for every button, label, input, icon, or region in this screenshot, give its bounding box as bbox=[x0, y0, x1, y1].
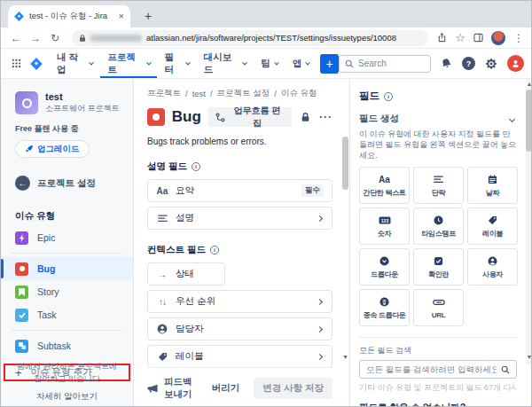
redacted-domain bbox=[90, 35, 142, 42]
new-tab-button[interactable]: + bbox=[139, 7, 157, 25]
field-status[interactable]: → 상태 bbox=[147, 262, 225, 286]
tag-icon bbox=[488, 215, 497, 226]
save-changes-button[interactable]: 변경 사항 저장 bbox=[254, 378, 332, 399]
back-icon[interactable]: ← bbox=[8, 30, 24, 46]
info-icon[interactable] bbox=[384, 92, 393, 101]
field-type-number[interactable]: 123 숫자 bbox=[359, 207, 410, 245]
nav-my-work[interactable]: 내 작업 bbox=[50, 49, 100, 78]
priority-arrows-icon: ↑↓ bbox=[156, 297, 168, 307]
forward-icon[interactable]: → bbox=[27, 30, 43, 46]
bug-type-icon bbox=[147, 108, 165, 126]
dropdown-circle-icon bbox=[379, 255, 389, 267]
create-button[interactable]: + bbox=[320, 54, 339, 74]
sidebar-item-epic[interactable]: Epic bbox=[1, 226, 133, 249]
breadcrumb-project[interactable]: test bbox=[192, 89, 206, 98]
breadcrumb-settings[interactable]: 프로젝트 설정 bbox=[217, 88, 270, 99]
browser-tab[interactable]: test - 이슈 유형 - Jira × bbox=[8, 5, 130, 27]
info-icon[interactable] bbox=[210, 246, 219, 254]
field-type-date[interactable]: 날짜 bbox=[467, 167, 518, 204]
description-fields-heading: 설명 필드 bbox=[147, 160, 187, 173]
discard-button[interactable]: 버리기 bbox=[205, 379, 247, 398]
sidebar-item-story[interactable]: Story bbox=[1, 280, 133, 303]
sidebar-item-bug[interactable]: Bug bbox=[1, 257, 133, 280]
sidebar-item-task[interactable]: Task bbox=[1, 303, 133, 326]
side-panel-icon[interactable] bbox=[473, 33, 483, 43]
learn-more-link[interactable]: 자세히 알아보기 bbox=[36, 391, 98, 403]
paragraph-icon bbox=[434, 174, 443, 185]
account-avatar[interactable] bbox=[507, 55, 524, 72]
url-text: atlassian.net/jira/software/projects/TES… bbox=[146, 33, 396, 43]
field-type-short-text[interactable]: Aa 간단한 텍스트 bbox=[359, 167, 410, 204]
breadcrumb-projects[interactable]: 프로젝트 bbox=[147, 88, 181, 99]
fields-panel-heading: 필드 bbox=[359, 90, 379, 103]
page-scrollbar[interactable]: ▲ ▼ bbox=[526, 79, 532, 364]
team-managed-note: 팀에서 관리하는 프로젝트에 참여하고 있습니다 bbox=[13, 361, 121, 385]
number-123-icon: 123 bbox=[379, 215, 391, 226]
fields-panel: 필드 필드 생성 이 이슈 유형에 대한 사용자 지정 필드를 만들려면 필드 … bbox=[349, 79, 526, 407]
reuse-fields-note: 기타 이슈 유형 및 프로젝트의 필드 67개 다시 사용 bbox=[359, 382, 517, 394]
browser-toolbar: ← → ↻ atlassian.net/jira/software/projec… bbox=[1, 27, 532, 49]
chevron-right-icon bbox=[317, 298, 323, 304]
send-feedback-button[interactable]: 피드백 보내기 bbox=[147, 376, 198, 401]
field-labels[interactable]: 레이블 bbox=[147, 345, 332, 368]
refresh-icon[interactable]: ↻ bbox=[47, 30, 63, 46]
chevron-right-icon bbox=[317, 325, 323, 332]
user-icon bbox=[156, 324, 168, 334]
nav-apps[interactable]: 앱 bbox=[286, 49, 317, 78]
nav-projects[interactable]: 프로젝트 bbox=[100, 49, 157, 78]
more-actions-icon[interactable]: ··· bbox=[319, 111, 332, 123]
field-type-dropdown[interactable]: 드롭다운 bbox=[359, 248, 410, 286]
jira-navbar: 내 작업 프로젝트 필터 대시보드 팀 앱 + ? bbox=[1, 49, 532, 79]
nav-filters[interactable]: 필터 bbox=[157, 49, 196, 78]
sidebar-item-subtask[interactable]: Subtask bbox=[1, 334, 133, 357]
share-icon[interactable] bbox=[437, 33, 447, 43]
tab-close-icon[interactable]: × bbox=[119, 12, 124, 21]
search-input[interactable] bbox=[358, 59, 420, 68]
field-type-timestamp[interactable]: 타임스탬프 bbox=[413, 207, 464, 245]
settings-gear-icon[interactable] bbox=[485, 58, 497, 70]
menu-dots-icon[interactable]: ⋮ bbox=[513, 32, 524, 44]
bookmark-star-icon[interactable]: ☆ bbox=[455, 31, 466, 44]
nav-dashboards[interactable]: 대시보드 bbox=[197, 49, 254, 78]
global-search[interactable] bbox=[339, 55, 431, 73]
project-sidebar: test 소프트웨어 프로젝트 Free 플랜 사용 중 업그레이드 ← 프로젝… bbox=[1, 79, 134, 407]
field-type-checkbox[interactable]: 확인란 bbox=[413, 248, 464, 286]
field-type-dependent-dropdown[interactable]: 종속 드롭다운 bbox=[359, 289, 410, 326]
notifications-bell-icon[interactable] bbox=[440, 57, 454, 71]
megaphone-icon bbox=[147, 384, 159, 394]
field-type-label[interactable]: 레이블 bbox=[467, 207, 518, 245]
field-search-input[interactable] bbox=[366, 364, 497, 374]
edit-workflow-button[interactable]: 업무흐름 편집 bbox=[208, 107, 292, 127]
field-assignee[interactable]: 담당자 bbox=[147, 317, 332, 340]
field-priority[interactable]: ↑↓ 우선 순위 bbox=[147, 290, 332, 313]
create-field-section-toggle[interactable]: 필드 생성 bbox=[359, 113, 517, 125]
arrow-right-icon: → bbox=[156, 270, 168, 279]
field-summary[interactable]: Aa 요약 필수 bbox=[147, 179, 332, 202]
issue-type-editor: 프로젝트/ test/ 프로젝트 설정/ 이슈 유형 Bug 업무흐름 편집 ·… bbox=[134, 79, 341, 407]
search-icon bbox=[501, 365, 510, 374]
field-type-grid: Aa 간단한 텍스트 단락 날짜 123 숫자 bbox=[359, 167, 517, 326]
tab-title: test - 이슈 유형 - Jira bbox=[29, 11, 113, 22]
info-icon[interactable] bbox=[192, 162, 200, 171]
cant-find-field-text: 필드를 찾을 수 없습니까? bbox=[359, 402, 517, 407]
required-badge: 필수 bbox=[301, 184, 324, 197]
nav-teams[interactable]: 팀 bbox=[254, 49, 286, 78]
issue-types-heading: 이슈 유형 bbox=[1, 191, 133, 226]
app-switcher-icon[interactable] bbox=[12, 59, 21, 68]
field-search[interactable] bbox=[359, 360, 517, 379]
field-type-url[interactable]: URL bbox=[413, 289, 464, 326]
breadcrumb-issue-types[interactable]: 이슈 유형 bbox=[281, 88, 317, 99]
field-type-user[interactable]: 사용자 bbox=[467, 248, 518, 286]
field-type-paragraph[interactable]: 단락 bbox=[413, 167, 464, 204]
project-header[interactable]: test 소프트웨어 프로젝트 bbox=[1, 79, 133, 114]
main-scrollbar[interactable]: ▼ bbox=[341, 79, 349, 364]
jira-logo-icon[interactable] bbox=[30, 58, 43, 70]
upgrade-button[interactable]: 업그레이드 bbox=[15, 140, 90, 158]
field-description[interactable]: 설명 bbox=[147, 207, 332, 230]
back-to-project-settings[interactable]: ← 프로젝트 설정 bbox=[1, 158, 133, 191]
link-icon bbox=[433, 297, 445, 309]
address-bar[interactable]: atlassian.net/jira/software/projects/TES… bbox=[72, 30, 428, 46]
context-fields-heading: 컨텍스트 필드 bbox=[147, 244, 206, 256]
help-icon[interactable]: ? bbox=[462, 57, 475, 70]
profile-avatar[interactable] bbox=[491, 31, 505, 45]
